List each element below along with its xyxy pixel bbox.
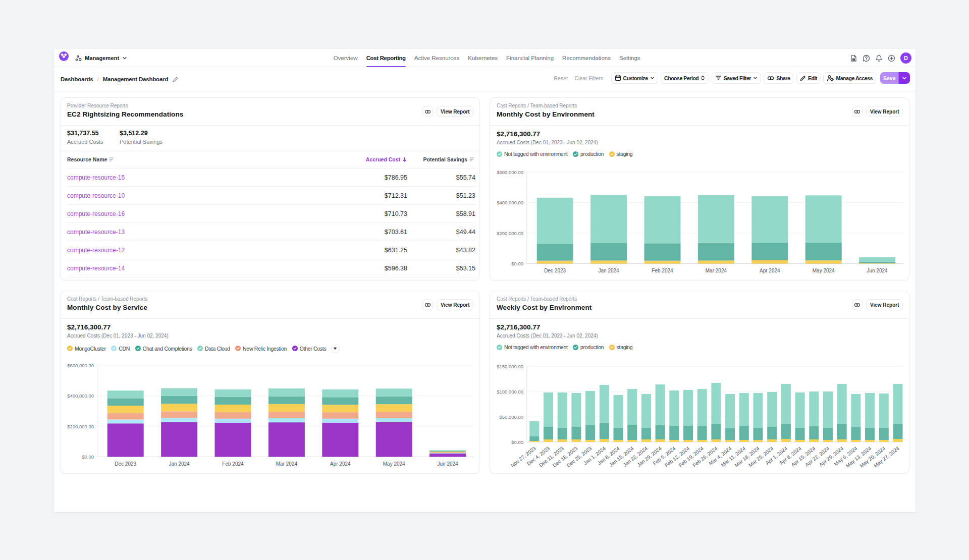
svg-text:$400,000.00: $400,000.00 [497,200,523,205]
svg-text:May 2024: May 2024 [383,461,405,467]
svg-text:May 2024: May 2024 [813,268,835,273]
svg-text:$200,000.00: $200,000.00 [497,231,523,236]
svg-text:$150,000.00: $150,000.00 [497,364,523,369]
svg-text:$600,000.00: $600,000.00 [497,170,523,175]
svg-text:$600,000.00: $600,000.00 [67,363,94,368]
svg-text:Jun 2024: Jun 2024 [867,268,888,273]
svg-text:Jan 2024: Jan 2024 [599,268,620,273]
svg-text:$0.00: $0.00 [82,454,94,460]
svg-text:Dec 2023: Dec 2023 [115,461,136,467]
svg-text:$0.00: $0.00 [511,439,523,445]
svg-text:Feb 2024: Feb 2024 [652,268,673,273]
svg-text:$50,000.00: $50,000.00 [499,414,523,420]
svg-text:$400,000.00: $400,000.00 [67,393,94,399]
svg-text:Apr 2024: Apr 2024 [760,268,780,273]
svg-text:Jan 2024: Jan 2024 [169,461,190,467]
svg-text:Jun 2024: Jun 2024 [438,461,459,467]
svg-text:Dec 2023: Dec 2023 [544,268,566,273]
svg-text:$200,000.00: $200,000.00 [67,424,94,429]
svg-text:$0.00: $0.00 [511,261,523,266]
svg-text:Apr 2024: Apr 2024 [330,461,351,467]
svg-text:Mar 2024: Mar 2024 [276,461,298,467]
svg-text:Feb 2024: Feb 2024 [222,461,244,467]
svg-text:$100,000.00: $100,000.00 [497,389,523,395]
svg-text:Mar 2024: Mar 2024 [706,268,727,273]
